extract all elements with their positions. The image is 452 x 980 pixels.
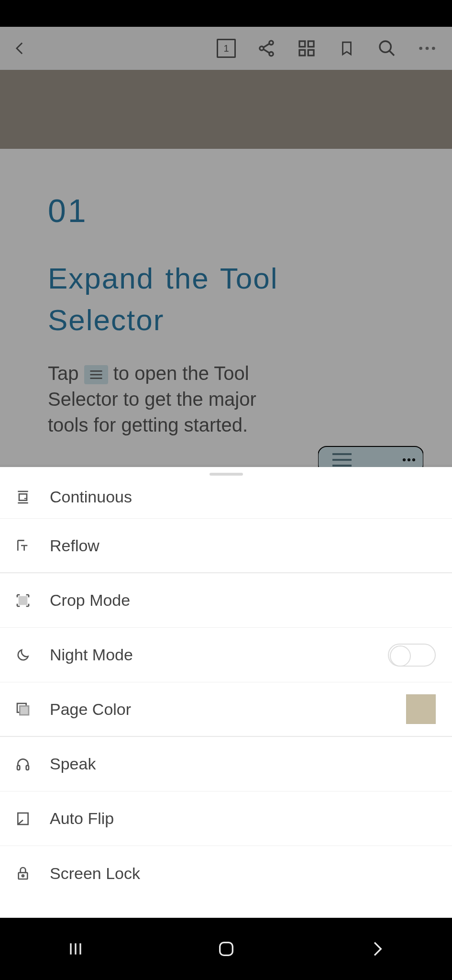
menu-label: Continuous <box>50 488 439 506</box>
status-bar <box>0 0 452 27</box>
modal-dim-overlay[interactable] <box>0 27 452 467</box>
menu-label: Reflow <box>50 536 439 555</box>
view-menu: Continuous Reflow Crop Mode Night Mode <box>0 476 452 901</box>
nav-recents-button[interactable] <box>61 935 90 963</box>
menu-label: Screen Lock <box>50 864 439 883</box>
nav-home-button[interactable] <box>212 935 241 963</box>
menu-item-screen-lock[interactable]: Screen Lock <box>0 846 452 901</box>
headphones-icon <box>13 755 33 774</box>
menu-item-auto-flip[interactable]: Auto Flip <box>0 791 452 846</box>
menu-item-page-color[interactable]: Page Color <box>0 682 452 737</box>
menu-label: Auto Flip <box>50 809 439 828</box>
menu-item-speak[interactable]: Speak <box>0 737 452 791</box>
crop-icon <box>13 591 33 610</box>
svg-rect-26 <box>19 494 27 500</box>
svg-rect-27 <box>19 596 28 605</box>
menu-item-night-mode[interactable]: Night Mode <box>0 628 452 682</box>
menu-item-continuous[interactable]: Continuous <box>0 476 452 519</box>
page-color-icon <box>13 700 33 719</box>
menu-item-crop-mode[interactable]: Crop Mode <box>0 573 452 628</box>
system-nav-bar <box>0 918 452 980</box>
night-mode-toggle[interactable] <box>388 644 436 667</box>
svg-rect-30 <box>17 765 20 769</box>
moon-icon <box>13 646 33 665</box>
menu-label: Night Mode <box>50 646 388 664</box>
nav-back-button[interactable] <box>363 935 391 963</box>
svg-rect-38 <box>220 943 232 956</box>
auto-flip-icon <box>13 809 33 828</box>
menu-item-reflow[interactable]: Reflow <box>0 519 452 573</box>
svg-rect-31 <box>26 765 29 769</box>
menu-label: Crop Mode <box>50 591 439 610</box>
lock-icon <box>13 864 33 883</box>
continuous-icon <box>13 488 33 507</box>
svg-point-34 <box>22 875 24 877</box>
svg-rect-33 <box>19 873 28 879</box>
menu-label: Speak <box>50 755 439 773</box>
menu-label: Page Color <box>50 700 406 719</box>
page-color-swatch[interactable] <box>406 694 436 724</box>
reflow-icon <box>13 536 33 555</box>
bottom-sheet: Continuous Reflow Crop Mode Night Mode <box>0 467 452 918</box>
svg-rect-29 <box>20 706 29 715</box>
